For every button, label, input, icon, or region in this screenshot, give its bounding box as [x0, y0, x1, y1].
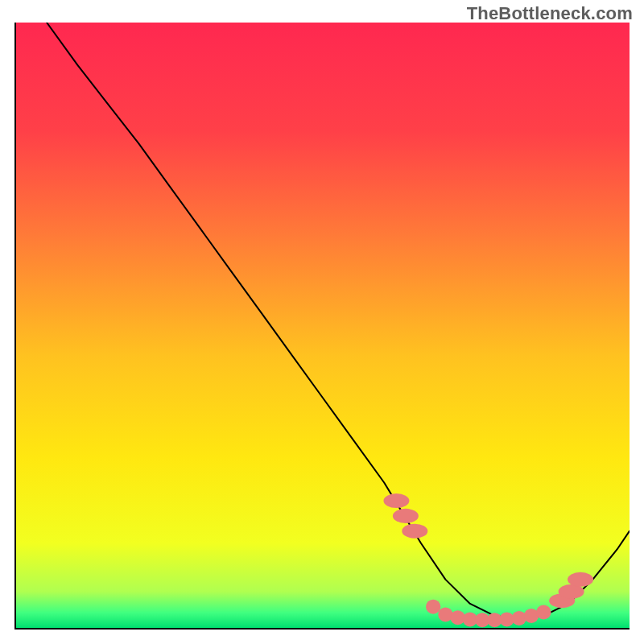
chart-frame: TheBottleneck.com — [0, 0, 644, 644]
marker-flat-marker-valley — [512, 611, 526, 625]
marker-flat-marker-valley — [438, 607, 452, 621]
plot-area — [14, 23, 630, 630]
marker-flat-marker-caps — [568, 572, 593, 587]
marker-flat-marker-caps — [402, 524, 427, 539]
chart-background — [16, 23, 630, 628]
marker-flat-marker-valley — [536, 605, 551, 619]
chart-svg — [16, 23, 630, 628]
marker-flat-marker-valley — [426, 600, 440, 614]
marker-flat-marker-caps — [383, 493, 409, 508]
watermark-text: TheBottleneck.com — [467, 3, 633, 24]
marker-flat-marker-caps — [393, 509, 419, 523]
